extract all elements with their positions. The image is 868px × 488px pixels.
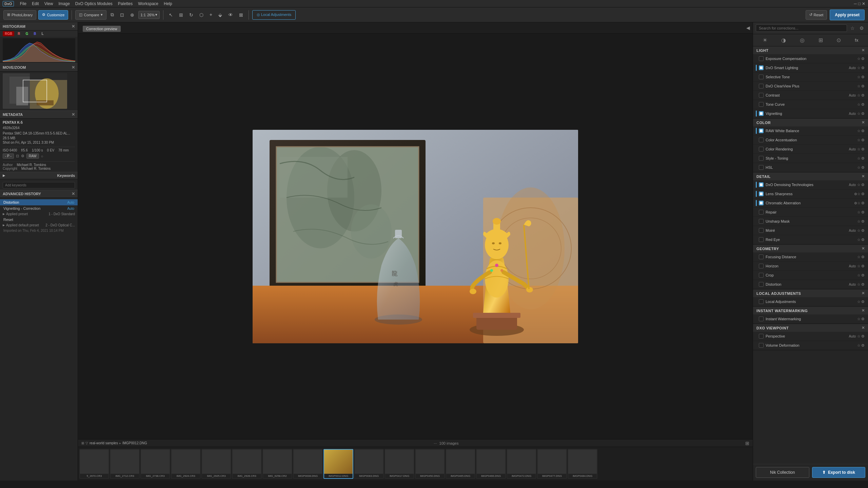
selective-tone-star-icon[interactable]: ☆	[857, 75, 861, 79]
menu-dxo-optics[interactable]: DxO Optics Modules	[75, 1, 113, 6]
lens-sharp-checkbox[interactable]	[759, 191, 764, 196]
crop-star-icon[interactable]: ☆	[857, 273, 861, 278]
light-tool-icon[interactable]: ☀	[761, 36, 769, 45]
vignetting-settings-icon[interactable]: ⚙	[861, 111, 865, 116]
local-adjustments-btn[interactable]: ◎ Local Adjustments	[252, 10, 296, 20]
style-toning-star-icon[interactable]: ☆	[857, 156, 861, 161]
clearview-star-icon[interactable]: ☆	[857, 84, 861, 88]
denoising-settings-icon[interactable]: ⚙	[861, 183, 865, 187]
compare-btn[interactable]: ◫ Compare ▾	[75, 10, 106, 20]
local-adj-star-icon[interactable]: ☆	[857, 300, 861, 304]
menu-edit[interactable]: Edit	[32, 1, 39, 6]
wb-checkbox[interactable]	[759, 128, 764, 133]
wb-star-icon[interactable]: ☆	[857, 129, 861, 133]
local-adj-item-checkbox[interactable]	[759, 299, 764, 304]
chromatic-star-icon[interactable]: ☆	[857, 201, 861, 205]
item-wb[interactable]: RAW White Balance ☆ ⚙	[753, 126, 868, 136]
movezoom-close-btn[interactable]: ✕	[72, 65, 75, 70]
color-tool-icon[interactable]: ◑	[780, 36, 787, 45]
volume-deform-settings-icon[interactable]: ⚙	[861, 343, 865, 348]
smart-lighting-settings-icon[interactable]: ⚙	[861, 66, 865, 70]
detail-tool-icon[interactable]: ◎	[798, 36, 806, 45]
menu-file[interactable]: File	[20, 1, 26, 6]
mask-tool-btn[interactable]: ⬙	[216, 11, 224, 19]
apply-preset-btn[interactable]: Apply preset	[830, 9, 865, 20]
zoom-100-label[interactable]: 1:1	[141, 13, 146, 17]
item-perspective[interactable]: Perspective Auto ☆ ⚙	[753, 332, 868, 341]
history-group-default[interactable]: ▶ Applied default preset 2 - DxO Optical…	[0, 223, 78, 228]
perspective-settings-icon[interactable]: ⚙	[861, 334, 865, 339]
menu-view[interactable]: View	[44, 1, 53, 6]
item-hsl[interactable]: HSL ☆ ⚙	[753, 163, 868, 172]
unsharp-mask-checkbox[interactable]	[759, 219, 764, 224]
histogram-header[interactable]: HISTOGRAM ✕	[0, 22, 78, 30]
maximize-btn[interactable]: □	[858, 1, 861, 6]
style-toning-checkbox[interactable]	[759, 156, 764, 161]
menu-workspace[interactable]: Workspace	[138, 1, 158, 6]
tab-b[interactable]: B	[32, 31, 38, 36]
filmstrip[interactable]: 5_2670.CR3 IMG_2712.CR3 IMG_2738.CR3 IMG…	[78, 447, 753, 481]
watermarking-star-icon[interactable]: ☆	[857, 317, 861, 321]
local-adj-section-close-btn[interactable]: ✕	[862, 291, 865, 296]
contrast-star-icon[interactable]: ☆	[857, 93, 861, 98]
section-color-header[interactable]: COLOR ✕	[753, 119, 868, 126]
volume-deform-checkbox[interactable]	[759, 343, 764, 348]
watermarking-checkbox[interactable]	[759, 317, 764, 321]
repair-settings-icon[interactable]: ⚙	[861, 210, 865, 215]
volume-deform-star-icon[interactable]: ☆	[857, 343, 861, 348]
detail-section-close-btn[interactable]: ✕	[862, 174, 865, 179]
thumb-6258[interactable]: IMG_6258.CR2	[262, 449, 292, 479]
repair-tool-btn[interactable]: ⌖	[208, 11, 214, 19]
horizon-settings-icon[interactable]: ⚙	[861, 264, 865, 268]
moire-settings-icon[interactable]: ⚙	[861, 228, 865, 233]
thumb-p0012[interactable]: IMGP0012.DNG	[323, 449, 353, 479]
watermarking-section-close-btn[interactable]: ✕	[862, 308, 865, 313]
item-moire[interactable]: Moiré Auto ☆ ⚙	[753, 226, 868, 235]
perspective-star-icon[interactable]: ☆	[857, 334, 861, 339]
section-geometry-header[interactable]: GEOMETRY ✕	[753, 245, 868, 252]
repair-checkbox[interactable]	[759, 210, 764, 215]
red-eye-star-icon[interactable]: ☆	[857, 238, 861, 242]
thumb-2928[interactable]: IMG_2928.CR3	[232, 449, 262, 479]
item-red-eye[interactable]: Red Eye ☆ ⚙	[753, 235, 868, 244]
smart-lighting-checkbox[interactable]	[759, 65, 764, 70]
keywords-input[interactable]	[3, 182, 75, 188]
geometry-section-close-btn[interactable]: ✕	[862, 246, 865, 251]
unsharp-mask-settings-icon[interactable]: ⚙	[861, 219, 865, 224]
thumb-2924[interactable]: IMG_2924.CR3	[171, 449, 201, 479]
corrections-search-input[interactable]	[756, 24, 847, 32]
section-light-header[interactable]: LIGHT ✕	[753, 46, 868, 54]
clearview-settings-icon[interactable]: ⚙	[861, 84, 865, 88]
item-focusing-distance[interactable]: Focusing Distance ☆ ⚙	[753, 252, 868, 262]
item-selective-tone[interactable]: Selective Tone ☆ ⚙	[753, 73, 868, 82]
color-rend-checkbox[interactable]	[759, 147, 764, 151]
tab-l[interactable]: L	[39, 31, 45, 36]
item-vignetting[interactable]: Vignetting Auto ☆ ⚙	[753, 109, 868, 118]
history-close-btn[interactable]: ✕	[72, 191, 75, 196]
fx-tool-icon[interactable]: fx	[853, 37, 860, 44]
nik-collection-btn[interactable]: Nik Collection	[756, 467, 809, 478]
color-acc-checkbox[interactable]	[759, 138, 764, 142]
crop-settings-icon[interactable]: ⚙	[861, 273, 865, 278]
thumb-5670[interactable]: 5_2670.CR3	[79, 449, 109, 479]
eye-tool-btn[interactable]: 👁	[226, 11, 235, 19]
red-eye-settings-icon[interactable]: ⚙	[861, 238, 865, 242]
crop-tool-btn[interactable]: ⊞	[177, 11, 185, 19]
metadata-close-btn[interactable]: ✕	[72, 112, 75, 117]
zoom-dropdown-icon[interactable]: ▾	[155, 13, 157, 17]
close-btn[interactable]: ✕	[862, 1, 865, 6]
chromatic-checkbox[interactable]	[759, 201, 764, 205]
history-header[interactable]: ADVANCED HISTORY ✕	[0, 190, 78, 198]
item-watermarking[interactable]: Instant Watermarking ☆ ⚙	[753, 314, 868, 324]
movezoom-header[interactable]: MOVE/ZOOM ✕	[0, 63, 78, 72]
item-denoising[interactable]: DxO Denoising Technologies Auto ☆ ⚙	[753, 180, 868, 189]
focusing-dist-settings-icon[interactable]: ⚙	[861, 255, 865, 259]
item-unsharp-mask[interactable]: Unsharp Mask ☆ ⚙	[753, 217, 868, 226]
perspective-tool-btn[interactable]: ⬡	[197, 11, 205, 19]
item-exposure[interactable]: Exposure Compensation ☆ ⚙	[753, 54, 868, 63]
style-toning-settings-icon[interactable]: ⚙	[861, 156, 865, 161]
minimize-btn[interactable]: ─	[854, 1, 857, 6]
vignetting-star-icon[interactable]: ☆	[857, 111, 861, 116]
local-tool-icon[interactable]: ⊙	[835, 36, 842, 45]
item-repair[interactable]: Repair ☆ ⚙	[753, 208, 868, 217]
